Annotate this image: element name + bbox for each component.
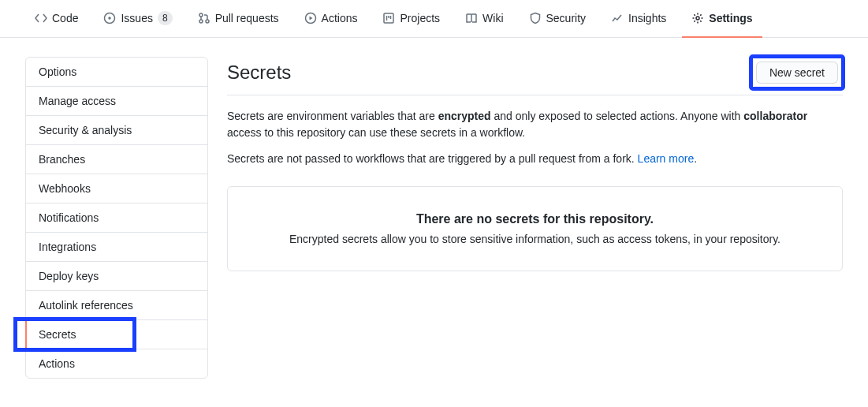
sidebar-item-label: Security & analysis: [39, 124, 132, 136]
tab-label: Actions: [322, 12, 358, 24]
sidebar-item-label: Manage access: [39, 95, 116, 107]
sidebar-item-label: Options: [39, 65, 76, 78]
tab-label: Insights: [628, 12, 666, 24]
repo-topnav: Code Issues 8 Pull requests Actions Proj…: [0, 0, 868, 38]
svg-point-3: [199, 20, 203, 23]
tab-security[interactable]: Security: [520, 0, 596, 38]
page-title: Secrets: [227, 62, 291, 84]
blankslate-desc: Encrypted secrets allow you to store sen…: [253, 233, 817, 245]
svg-point-1: [109, 17, 110, 19]
settings-layout: Options Manage access Security & analysi…: [0, 38, 868, 398]
description-1: Secrets are environment variables that a…: [227, 108, 843, 141]
project-icon: [382, 12, 395, 24]
pull-request-icon: [198, 12, 210, 24]
page-subhead: Secrets New secret: [227, 57, 843, 95]
sidebar-item-label: Autolink references: [39, 299, 133, 312]
sidebar-item-secrets[interactable]: Secrets: [26, 320, 207, 349]
sidebar-item-options[interactable]: Options: [26, 58, 207, 87]
tab-label: Security: [546, 12, 587, 24]
sidebar-item-label: Branches: [39, 153, 85, 166]
settings-sidebar: Options Manage access Security & analysi…: [25, 57, 208, 379]
blankslate-title: There are no secrets for this repository…: [253, 212, 817, 226]
issue-icon: [103, 12, 116, 24]
sidebar-item-autolink-references[interactable]: Autolink references: [26, 291, 207, 320]
tab-label: Issues: [121, 12, 152, 24]
sidebar-item-label: Actions: [39, 357, 75, 370]
tab-wiki[interactable]: Wiki: [456, 0, 512, 38]
svg-point-4: [206, 20, 209, 23]
sidebar-item-branches[interactable]: Branches: [26, 145, 207, 174]
tab-actions[interactable]: Actions: [295, 0, 367, 38]
sidebar-item-deploy-keys[interactable]: Deploy keys: [26, 262, 207, 291]
sidebar-item-notifications[interactable]: Notifications: [26, 204, 207, 233]
learn-more-link[interactable]: Learn more: [638, 152, 695, 165]
book-icon: [465, 12, 478, 24]
sidebar-item-integrations[interactable]: Integrations: [26, 233, 207, 262]
tab-label: Projects: [400, 12, 440, 24]
svg-point-2: [199, 13, 203, 17]
tab-projects[interactable]: Projects: [373, 0, 449, 38]
play-icon: [304, 12, 317, 24]
sidebar-item-webhooks[interactable]: Webhooks: [26, 174, 207, 204]
svg-point-7: [696, 17, 699, 20]
graph-icon: [611, 12, 624, 24]
blankslate: There are no secrets for this repository…: [227, 186, 843, 271]
tab-settings[interactable]: Settings: [682, 0, 762, 38]
issues-count: 8: [158, 11, 173, 25]
tab-issues[interactable]: Issues 8: [94, 0, 181, 38]
tab-label: Wiki: [482, 12, 503, 24]
tab-label: Settings: [709, 12, 752, 24]
sidebar-item-label: Webhooks: [39, 182, 91, 195]
settings-main: Secrets New secret Secrets are environme…: [227, 57, 843, 379]
shield-icon: [529, 12, 542, 24]
sidebar-item-label: Notifications: [39, 211, 99, 224]
tab-label: Code: [52, 12, 78, 24]
button-label: New secret: [769, 66, 825, 79]
sidebar-item-actions[interactable]: Actions: [26, 349, 207, 378]
tab-pull-requests[interactable]: Pull requests: [188, 0, 289, 38]
description-2: Secrets are not passed to workflows that…: [227, 151, 843, 167]
annotation-highlight: New secret: [751, 57, 843, 88]
tab-insights[interactable]: Insights: [602, 0, 676, 38]
sidebar-item-manage-access[interactable]: Manage access: [26, 87, 207, 116]
sidebar-item-label: Integrations: [39, 241, 96, 253]
sidebar-item-label: Deploy keys: [39, 270, 99, 282]
new-secret-button[interactable]: New secret: [756, 62, 838, 84]
code-icon: [35, 12, 47, 24]
tab-label: Pull requests: [215, 12, 279, 24]
tab-code[interactable]: Code: [25, 0, 88, 38]
gear-icon: [691, 12, 704, 24]
sidebar-item-label: Secrets: [39, 328, 76, 341]
sidebar-item-security-analysis[interactable]: Security & analysis: [26, 116, 207, 145]
settings-menu: Options Manage access Security & analysi…: [25, 57, 208, 379]
